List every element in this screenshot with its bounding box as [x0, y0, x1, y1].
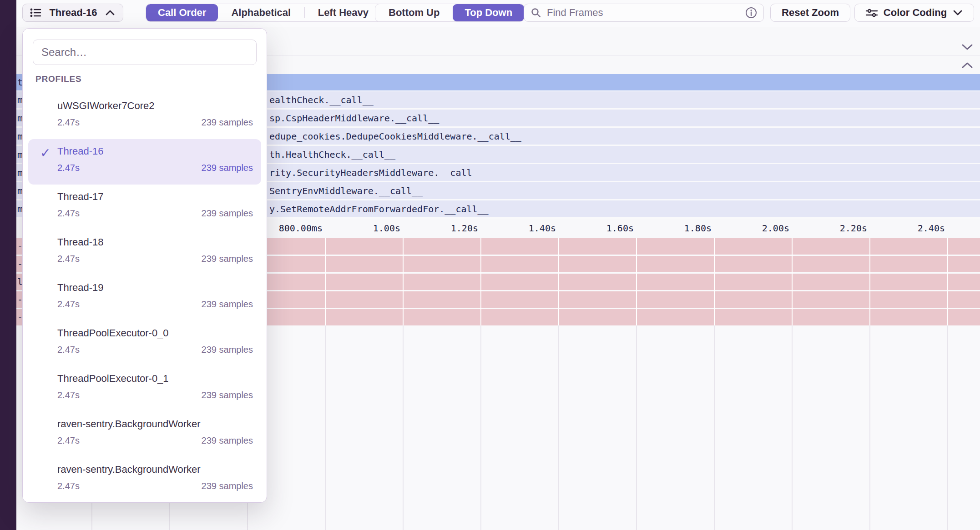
- gridline: [325, 325, 326, 530]
- sliders-icon: [865, 8, 878, 18]
- thread-list-item[interactable]: Thread-172.47s239 samples: [28, 185, 261, 230]
- thread-duration: 2.47s: [57, 435, 80, 446]
- gridline: [480, 325, 481, 530]
- gridline: [947, 325, 948, 530]
- list-icon: [30, 7, 42, 18]
- thread-samples: 239 samples: [202, 254, 253, 264]
- thread-name: uWSGIWorker7Core2: [57, 100, 155, 112]
- thread-name: Thread-16: [57, 145, 104, 157]
- gridline: [636, 238, 637, 325]
- gridline: [403, 325, 404, 530]
- gridline: [869, 325, 870, 530]
- gridline: [792, 325, 793, 530]
- time-tick-label: 2.40s: [918, 223, 945, 234]
- gridline: [636, 325, 637, 530]
- thread-name: raven-sentry.BackgroundWorker: [57, 464, 201, 475]
- thread-list-item[interactable]: Thread-182.47s239 samples: [28, 230, 261, 275]
- thread-list-item[interactable]: uWSGIWorker7Core22.47s239 samples: [28, 94, 261, 139]
- thread-duration: 2.47s: [57, 208, 80, 219]
- profiles-section-label: PROFILES: [35, 74, 81, 84]
- chevron-down-icon[interactable]: [961, 43, 974, 51]
- gridline: [403, 238, 404, 325]
- thread-duration: 2.47s: [57, 481, 80, 491]
- time-tick-label: 1.40s: [529, 223, 556, 234]
- direction-segmented-control: Bottom UpTop Down: [375, 4, 525, 22]
- frame-label: th.HealthCheck.__call__: [269, 149, 395, 160]
- left-sidebar: [0, 0, 16, 530]
- find-frames-box: [524, 4, 764, 22]
- thread-samples: 239 samples: [202, 345, 253, 355]
- gridline: [714, 238, 715, 325]
- gridline: [558, 325, 559, 530]
- color-coding-label: Color Coding: [884, 7, 947, 19]
- gridline: [480, 238, 481, 325]
- search-icon: [530, 7, 541, 18]
- frame-label: sp.CspHeaderMiddleware.__call__: [269, 113, 439, 124]
- direction-option-top-down[interactable]: Top Down: [453, 4, 524, 21]
- time-tick-label: 1.20s: [451, 223, 478, 234]
- chevron-down-icon: [952, 9, 963, 16]
- direction-option-bottom-up[interactable]: Bottom Up: [375, 4, 453, 21]
- thread-samples: 239 samples: [202, 163, 253, 173]
- thread-samples: 239 samples: [202, 481, 253, 491]
- thread-name: ThreadPoolExecutor-0_1: [57, 373, 169, 385]
- thread-list-item[interactable]: ThreadPoolExecutor-0_02.47s239 samples: [28, 321, 261, 366]
- sort-option-call-order[interactable]: Call Order: [146, 4, 218, 21]
- dropdown-search-input[interactable]: [33, 40, 257, 65]
- frame-label: ealthCheck.__call__: [269, 95, 374, 105]
- frame-label: y.SetRemoteAddrFromForwardedFor.__call__: [269, 204, 489, 215]
- thread-duration: 2.47s: [57, 117, 80, 128]
- thread-name: Thread-17: [57, 191, 104, 203]
- frame-label: SentryEnvMiddleware.__call__: [269, 185, 423, 196]
- thread-duration: 2.47s: [57, 163, 80, 173]
- thread-samples: 239 samples: [202, 299, 253, 310]
- thread-dropdown-panel: PROFILES uWSGIWorker7Core22.47s239 sampl…: [22, 28, 267, 503]
- time-tick-label: 2.00s: [762, 223, 789, 234]
- thread-list-item[interactable]: Thread-192.47s239 samples: [28, 275, 261, 321]
- thread-samples: 239 samples: [202, 117, 253, 128]
- chevron-up-icon[interactable]: [961, 61, 974, 69]
- sort-option-alphabetical[interactable]: Alphabetical: [218, 4, 304, 21]
- find-frames-input[interactable]: [546, 6, 745, 19]
- time-tick-label: 1.00s: [373, 223, 400, 234]
- color-coding-button[interactable]: Color Coding: [854, 4, 974, 22]
- thread-name: Thread-18: [57, 236, 104, 248]
- thread-samples: 239 samples: [202, 390, 253, 400]
- profiler-flamegraph-view: t mealthCheck.__call__msp.CspHeaderMiddl…: [0, 0, 980, 530]
- frame-label: rity.SecurityHeadersMiddleware.__call__: [269, 167, 483, 178]
- sort-option-left-heavy[interactable]: Left Heavy: [305, 4, 382, 21]
- thread-duration: 2.47s: [57, 299, 80, 310]
- thread-list-item[interactable]: raven-sentry.BackgroundWorker2.47s239 sa…: [28, 457, 261, 503]
- thread-duration: 2.47s: [57, 254, 80, 264]
- frame-label: edupe_cookies.DedupeCookiesMiddleware.__…: [269, 131, 521, 142]
- time-tick-label: 800.00ms: [279, 223, 323, 234]
- thread-selector-button[interactable]: Thread-16: [22, 4, 123, 22]
- gridline: [947, 238, 948, 325]
- thread-name: ThreadPoolExecutor-0_0: [57, 327, 169, 339]
- time-tick-label: 1.60s: [606, 223, 634, 234]
- thread-name: Thread-19: [57, 282, 104, 294]
- thread-selector-label: Thread-16: [49, 7, 97, 19]
- thread-name: raven-sentry.BackgroundWorker: [57, 418, 201, 430]
- gridline: [325, 238, 326, 325]
- time-tick-label: 1.80s: [684, 223, 712, 234]
- thread-duration: 2.47s: [57, 390, 80, 400]
- gridline: [869, 238, 870, 325]
- thread-list-item[interactable]: ThreadPoolExecutor-0_12.47s239 samples: [28, 366, 261, 412]
- thread-samples: 239 samples: [202, 435, 253, 446]
- time-tick-label: 2.20s: [840, 223, 867, 234]
- thread-list-item[interactable]: raven-sentry.BackgroundWorker2.47s239 sa…: [28, 412, 261, 457]
- sort-mode-segmented-control: Call OrderAlphabeticalLeft Heavy: [146, 4, 382, 22]
- gridline: [558, 238, 559, 325]
- gridline: [792, 238, 793, 325]
- thread-list-item[interactable]: ✓Thread-162.47s239 samples: [28, 139, 261, 185]
- chevron-up-icon: [105, 9, 116, 16]
- info-icon[interactable]: [745, 7, 757, 19]
- reset-zoom-button[interactable]: Reset Zoom: [770, 4, 850, 22]
- check-icon: ✓: [40, 145, 51, 160]
- toolbar: Thread-16 Call OrderAlphabeticalLeft Hea…: [16, 0, 980, 27]
- thread-duration: 2.47s: [57, 345, 80, 355]
- gridline: [714, 325, 715, 530]
- thread-samples: 239 samples: [202, 208, 253, 219]
